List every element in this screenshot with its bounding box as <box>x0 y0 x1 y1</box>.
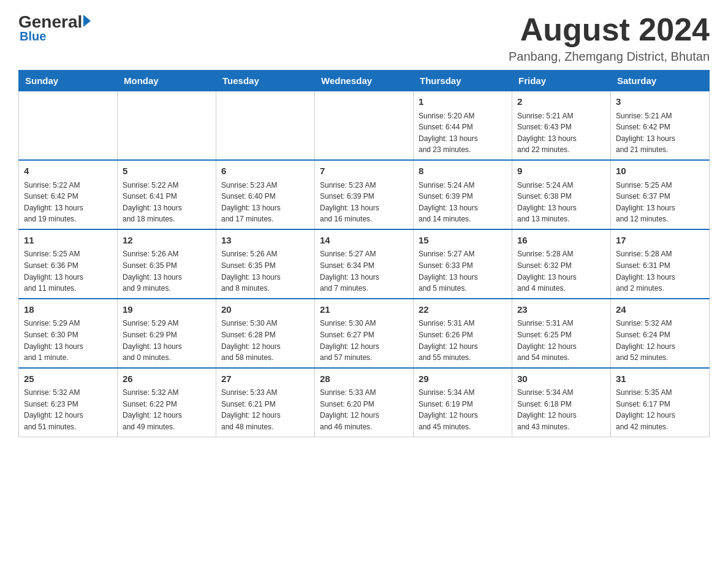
day-info: Sunrise: 5:25 AMSunset: 6:36 PMDaylight:… <box>24 248 112 294</box>
day-number: 6 <box>221 164 309 178</box>
calendar-cell <box>315 91 414 160</box>
day-number: 23 <box>517 303 605 317</box>
calendar-cell: 6Sunrise: 5:23 AMSunset: 6:40 PMDaylight… <box>216 160 315 229</box>
day-info: Sunrise: 5:35 AMSunset: 6:17 PMDaylight:… <box>616 387 704 432</box>
day-number: 9 <box>517 164 605 178</box>
calendar-week-row: 11Sunrise: 5:25 AMSunset: 6:36 PMDayligh… <box>19 229 710 299</box>
day-info: Sunrise: 5:28 AMSunset: 6:31 PMDaylight:… <box>616 248 704 294</box>
calendar-cell: 3Sunrise: 5:21 AMSunset: 6:42 PMDaylight… <box>611 91 710 160</box>
day-number: 3 <box>616 95 704 109</box>
calendar-cell: 18Sunrise: 5:29 AMSunset: 6:30 PMDayligh… <box>19 299 118 368</box>
calendar-cell: 26Sunrise: 5:32 AMSunset: 6:22 PMDayligh… <box>118 368 216 437</box>
logo-blue: Blue <box>20 29 46 44</box>
calendar-cell: 2Sunrise: 5:21 AMSunset: 6:43 PMDaylight… <box>512 91 611 160</box>
calendar-cell: 1Sunrise: 5:20 AMSunset: 6:44 PMDaylight… <box>414 91 512 160</box>
day-number: 16 <box>517 234 605 248</box>
day-info: Sunrise: 5:27 AMSunset: 6:33 PMDaylight:… <box>419 248 507 294</box>
day-info: Sunrise: 5:26 AMSunset: 6:35 PMDaylight:… <box>221 248 309 294</box>
day-number: 13 <box>221 234 309 248</box>
day-info: Sunrise: 5:32 AMSunset: 6:22 PMDaylight:… <box>123 387 211 432</box>
calendar-table: SundayMondayTuesdayWednesdayThursdayFrid… <box>18 70 710 437</box>
day-info: Sunrise: 5:21 AMSunset: 6:43 PMDaylight:… <box>517 110 605 156</box>
logo-arrow <box>83 15 91 27</box>
day-number: 24 <box>616 303 704 317</box>
day-number: 5 <box>123 164 211 178</box>
day-number: 7 <box>320 164 408 178</box>
calendar-header-monday: Monday <box>118 71 216 91</box>
day-number: 26 <box>123 372 211 386</box>
title-section: August 2024 Panbang, Zhemgang District, … <box>509 12 710 64</box>
day-info: Sunrise: 5:21 AMSunset: 6:42 PMDaylight:… <box>616 110 704 156</box>
calendar-cell <box>19 91 118 160</box>
day-info: Sunrise: 5:23 AMSunset: 6:39 PMDaylight:… <box>320 180 408 225</box>
day-number: 2 <box>517 95 605 109</box>
logo: General Blue <box>18 12 91 44</box>
day-info: Sunrise: 5:34 AMSunset: 6:19 PMDaylight:… <box>419 387 507 432</box>
calendar-cell: 22Sunrise: 5:31 AMSunset: 6:26 PMDayligh… <box>414 299 512 368</box>
day-number: 29 <box>419 372 507 386</box>
calendar-cell: 9Sunrise: 5:24 AMSunset: 6:38 PMDaylight… <box>512 160 611 229</box>
calendar-header-friday: Friday <box>512 71 611 91</box>
day-number: 28 <box>320 372 408 386</box>
day-info: Sunrise: 5:29 AMSunset: 6:30 PMDaylight:… <box>24 318 112 363</box>
calendar-cell: 16Sunrise: 5:28 AMSunset: 6:32 PMDayligh… <box>512 229 611 299</box>
day-number: 12 <box>123 234 211 248</box>
calendar-cell: 12Sunrise: 5:26 AMSunset: 6:35 PMDayligh… <box>118 229 216 299</box>
day-info: Sunrise: 5:27 AMSunset: 6:34 PMDaylight:… <box>320 248 408 294</box>
day-number: 17 <box>616 234 704 248</box>
day-number: 21 <box>320 303 408 317</box>
calendar-cell: 23Sunrise: 5:31 AMSunset: 6:25 PMDayligh… <box>512 299 611 368</box>
day-number: 30 <box>517 372 605 386</box>
day-info: Sunrise: 5:33 AMSunset: 6:20 PMDaylight:… <box>320 387 408 432</box>
calendar-cell <box>216 91 315 160</box>
day-info: Sunrise: 5:29 AMSunset: 6:29 PMDaylight:… <box>123 318 211 363</box>
day-info: Sunrise: 5:32 AMSunset: 6:23 PMDaylight:… <box>24 387 112 432</box>
page-header: General Blue August 2024 Panbang, Zhemga… <box>18 12 710 64</box>
day-number: 19 <box>123 303 211 317</box>
calendar-cell: 24Sunrise: 5:32 AMSunset: 6:24 PMDayligh… <box>611 299 710 368</box>
calendar-header-thursday: Thursday <box>414 71 512 91</box>
day-info: Sunrise: 5:24 AMSunset: 6:39 PMDaylight:… <box>419 180 507 225</box>
subtitle: Panbang, Zhemgang District, Bhutan <box>509 50 710 64</box>
day-info: Sunrise: 5:25 AMSunset: 6:37 PMDaylight:… <box>616 180 704 225</box>
day-info: Sunrise: 5:32 AMSunset: 6:24 PMDaylight:… <box>616 318 704 363</box>
calendar-week-row: 4Sunrise: 5:22 AMSunset: 6:42 PMDaylight… <box>19 160 710 229</box>
calendar-header-saturday: Saturday <box>611 71 710 91</box>
calendar-week-row: 18Sunrise: 5:29 AMSunset: 6:30 PMDayligh… <box>19 299 710 368</box>
calendar-cell: 19Sunrise: 5:29 AMSunset: 6:29 PMDayligh… <box>118 299 216 368</box>
day-number: 14 <box>320 234 408 248</box>
calendar-cell: 15Sunrise: 5:27 AMSunset: 6:33 PMDayligh… <box>414 229 512 299</box>
day-number: 27 <box>221 372 309 386</box>
calendar-cell: 13Sunrise: 5:26 AMSunset: 6:35 PMDayligh… <box>216 229 315 299</box>
day-number: 20 <box>221 303 309 317</box>
day-info: Sunrise: 5:22 AMSunset: 6:41 PMDaylight:… <box>123 180 211 225</box>
calendar-cell: 17Sunrise: 5:28 AMSunset: 6:31 PMDayligh… <box>611 229 710 299</box>
day-number: 25 <box>24 372 112 386</box>
day-info: Sunrise: 5:23 AMSunset: 6:40 PMDaylight:… <box>221 180 309 225</box>
day-number: 8 <box>419 164 507 178</box>
calendar-cell: 27Sunrise: 5:33 AMSunset: 6:21 PMDayligh… <box>216 368 315 437</box>
calendar-cell: 29Sunrise: 5:34 AMSunset: 6:19 PMDayligh… <box>414 368 512 437</box>
calendar-cell: 8Sunrise: 5:24 AMSunset: 6:39 PMDaylight… <box>414 160 512 229</box>
calendar-header-wednesday: Wednesday <box>315 71 414 91</box>
calendar-week-row: 1Sunrise: 5:20 AMSunset: 6:44 PMDaylight… <box>19 91 710 160</box>
day-info: Sunrise: 5:22 AMSunset: 6:42 PMDaylight:… <box>24 180 112 225</box>
calendar-cell <box>118 91 216 160</box>
day-info: Sunrise: 5:20 AMSunset: 6:44 PMDaylight:… <box>419 110 507 156</box>
day-number: 4 <box>24 164 112 178</box>
calendar-cell: 5Sunrise: 5:22 AMSunset: 6:41 PMDaylight… <box>118 160 216 229</box>
day-number: 11 <box>24 234 112 248</box>
day-info: Sunrise: 5:31 AMSunset: 6:26 PMDaylight:… <box>419 318 507 363</box>
day-number: 22 <box>419 303 507 317</box>
day-info: Sunrise: 5:33 AMSunset: 6:21 PMDaylight:… <box>221 387 309 432</box>
day-info: Sunrise: 5:26 AMSunset: 6:35 PMDaylight:… <box>123 248 211 294</box>
day-number: 10 <box>616 164 704 178</box>
calendar-cell: 20Sunrise: 5:30 AMSunset: 6:28 PMDayligh… <box>216 299 315 368</box>
calendar-header-sunday: Sunday <box>19 71 118 91</box>
calendar-cell: 21Sunrise: 5:30 AMSunset: 6:27 PMDayligh… <box>315 299 414 368</box>
calendar-cell: 25Sunrise: 5:32 AMSunset: 6:23 PMDayligh… <box>19 368 118 437</box>
calendar-cell: 10Sunrise: 5:25 AMSunset: 6:37 PMDayligh… <box>611 160 710 229</box>
calendar-cell: 14Sunrise: 5:27 AMSunset: 6:34 PMDayligh… <box>315 229 414 299</box>
calendar-cell: 28Sunrise: 5:33 AMSunset: 6:20 PMDayligh… <box>315 368 414 437</box>
calendar-header-row: SundayMondayTuesdayWednesdayThursdayFrid… <box>19 71 710 91</box>
